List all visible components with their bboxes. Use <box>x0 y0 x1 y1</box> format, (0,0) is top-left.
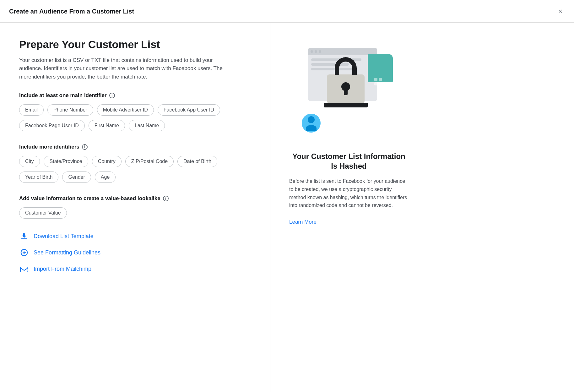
value-section-label: Add value information to create a value-… <box>19 195 251 202</box>
lock-shackle <box>335 57 357 75</box>
action-links: Download List Template See Formatting Gu… <box>19 231 251 274</box>
avatar-illustration <box>302 114 321 133</box>
right-panel-title: Your Customer List Information Is Hashed <box>289 151 409 171</box>
main-identifiers-section: Include at least one main identifier i E… <box>19 92 251 131</box>
value-section: Add value information to create a value-… <box>19 195 251 219</box>
lock-body <box>327 74 365 104</box>
value-info-icon[interactable]: i <box>163 196 169 201</box>
download-list-template-link[interactable]: Download List Template <box>19 231 251 241</box>
browser-dot-1 <box>311 50 313 53</box>
svg-point-2 <box>24 252 25 253</box>
tag-facebook-page-user-id: Facebook Page User ID <box>19 120 85 131</box>
main-identifiers-tags-row2: Facebook Page User ID First Name Last Na… <box>19 120 251 131</box>
see-formatting-guidelines-label: See Formatting Guidelines <box>34 249 100 256</box>
tag-last-name: Last Name <box>129 120 165 131</box>
tag-city: City <box>19 156 40 167</box>
right-panel: Your Customer List Information Is Hashed… <box>270 23 427 392</box>
illustration <box>295 38 402 139</box>
close-button[interactable]: × <box>556 6 565 17</box>
right-panel-description: Before the list is sent to Facebook for … <box>289 177 409 209</box>
tag-age: Age <box>95 172 116 183</box>
document-illustration <box>368 54 393 82</box>
lock-keyhole-stem <box>344 88 348 95</box>
doc-dot-1 <box>374 78 377 81</box>
tag-zip-postal-code: ZIP/Postal Code <box>125 156 174 167</box>
learn-more-link[interactable]: Learn More <box>289 219 317 225</box>
browser-dot-2 <box>315 50 317 53</box>
more-identifiers-label: Include more identifiers i <box>19 144 251 150</box>
main-identifiers-tags: Email Phone Number Mobile Advertiser ID … <box>19 104 251 116</box>
formatting-icon <box>19 248 29 258</box>
lock-bottom-bar <box>324 103 368 107</box>
mailchimp-icon <box>19 264 29 274</box>
browser-dot-3 <box>319 50 321 53</box>
modal-title: Create an Audience From a Customer List <box>9 8 134 15</box>
doc-dot-3 <box>374 82 377 85</box>
tag-first-name: First Name <box>89 120 125 131</box>
download-list-template-label: Download List Template <box>34 233 94 240</box>
modal-body: Prepare Your Customer List Your customer… <box>0 23 574 392</box>
tag-gender: Gender <box>62 172 91 183</box>
import-from-mailchimp-label: Import From Mailchimp <box>34 266 91 272</box>
modal: Create an Audience From a Customer List … <box>0 0 574 392</box>
tag-facebook-app-user-id: Facebook App User ID <box>158 104 220 116</box>
main-identifiers-label: Include at least one main identifier i <box>19 92 251 99</box>
tag-date-of-birth: Date of Birth <box>177 156 217 167</box>
tag-email: Email <box>19 104 44 116</box>
more-identifiers-section: Include more identifiers i City State/Pr… <box>19 144 251 183</box>
import-from-mailchimp-link[interactable]: Import From Mailchimp <box>19 264 251 274</box>
doc-dot-2 <box>379 78 382 81</box>
svg-rect-0 <box>21 238 27 239</box>
download-icon <box>19 231 29 241</box>
page-description: Your customer list is a CSV or TXT file … <box>19 56 233 81</box>
more-identifiers-tags-row2: Year of Birth Gender Age <box>19 172 251 183</box>
avatar-head <box>308 116 315 123</box>
tag-year-of-birth: Year of Birth <box>19 172 58 183</box>
page-heading: Prepare Your Customer List <box>19 38 251 51</box>
tag-country: Country <box>92 156 122 167</box>
more-identifiers-info-icon[interactable]: i <box>82 144 88 150</box>
tag-mobile-advertiser-id: Mobile Advertiser ID <box>97 104 154 116</box>
tag-customer-value: Customer Value <box>19 207 67 219</box>
value-tags: Customer Value <box>19 207 251 219</box>
lock-illustration <box>325 57 366 107</box>
tag-state-province: State/Province <box>44 156 88 167</box>
see-formatting-guidelines-link[interactable]: See Formatting Guidelines <box>19 248 251 258</box>
left-panel: Prepare Your Customer List Your customer… <box>0 23 270 392</box>
more-identifiers-tags: City State/Province Country ZIP/Postal C… <box>19 156 251 167</box>
svg-rect-3 <box>20 267 28 272</box>
tag-phone-number: Phone Number <box>47 104 93 116</box>
main-identifiers-info-icon[interactable]: i <box>109 93 115 98</box>
avatar-body <box>306 125 317 131</box>
modal-header: Create an Audience From a Customer List … <box>0 0 574 23</box>
doc-dot-4 <box>379 82 382 85</box>
